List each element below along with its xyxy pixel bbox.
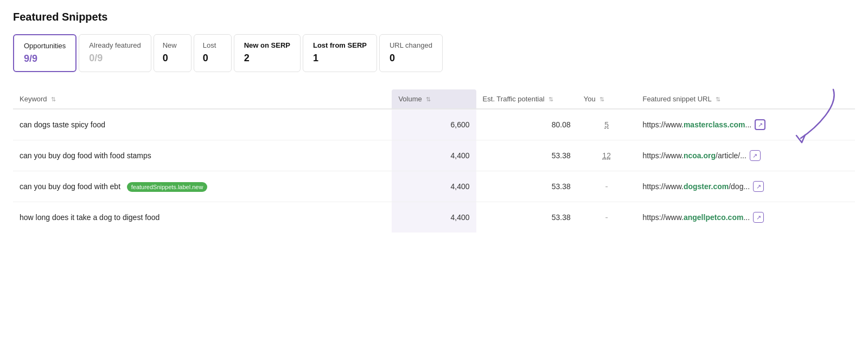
table-wrapper: Keyword ⇅ Volume ⇅ Est. Traffic potentia…: [13, 89, 855, 233]
filter-card-new-on-serp[interactable]: New on SERP 2: [234, 34, 301, 72]
filter-card-new-on-serp-label: New on SERP: [244, 41, 290, 49]
filter-card-already-featured-value: 0/9: [89, 53, 141, 64]
page-title: Featured Snippets: [13, 11, 855, 23]
you-cell: 5: [577, 109, 636, 140]
col-header-volume[interactable]: Volume ⇅: [392, 89, 476, 109]
filter-card-lost-label: Lost: [203, 41, 222, 49]
col-header-traffic[interactable]: Est. Traffic potential ⇅: [476, 89, 577, 109]
filter-card-opportunities-value: 9/9: [24, 53, 66, 64]
table-row: can dogs taste spicy food 6,600 80.08 5 …: [13, 109, 855, 140]
url-external-link-icon[interactable]: ↗: [753, 181, 764, 192]
you-cell: -: [577, 171, 636, 202]
table-row: how long does it take a dog to digest fo…: [13, 202, 855, 233]
filter-card-lost-from-serp[interactable]: Lost from SERP 1: [303, 34, 377, 72]
filter-card-already-featured-label: Already featured: [89, 41, 141, 49]
new-badge: featuredSnippets.label.new: [127, 182, 208, 192]
filter-card-lost-from-serp-value: 1: [313, 53, 367, 64]
volume-cell: 4,400: [392, 171, 476, 202]
filter-card-new-on-serp-value: 2: [244, 53, 290, 64]
sort-icon-keyword[interactable]: ⇅: [51, 96, 56, 103]
keyword-cell: can you buy dog food with ebt featuredSn…: [13, 171, 392, 202]
col-header-keyword[interactable]: Keyword ⇅: [13, 89, 392, 109]
volume-cell: 6,600: [392, 109, 476, 140]
volume-cell: 4,400: [392, 140, 476, 171]
url-cell: https://www.ncoa.org/article/... ↗: [636, 140, 855, 171]
volume-cell: 4,400: [392, 202, 476, 233]
keyword-cell: can you buy dog food with food stamps: [13, 140, 392, 171]
filter-card-lost[interactable]: Lost 0: [194, 34, 232, 72]
filter-card-url-changed-label: URL changed: [390, 41, 432, 49]
traffic-cell: 80.08: [476, 109, 577, 140]
filter-cards-container: Opportunities 9/9 Already featured 0/9 N…: [13, 34, 855, 72]
featured-snippets-table: Keyword ⇅ Volume ⇅ Est. Traffic potentia…: [13, 89, 855, 233]
url-cell: https://www.dogster.com/dog... ↗: [636, 171, 855, 202]
keyword-cell: how long does it take a dog to digest fo…: [13, 202, 392, 233]
url-cell: https://www.masterclass.com... ↗: [636, 109, 855, 140]
filter-card-lost-from-serp-label: Lost from SERP: [313, 41, 367, 49]
traffic-cell: 53.38: [476, 171, 577, 202]
filter-card-url-changed[interactable]: URL changed 0: [379, 34, 443, 72]
url-external-link-icon[interactable]: ↗: [755, 119, 765, 130]
sort-icon-traffic[interactable]: ⇅: [548, 96, 553, 103]
traffic-cell: 53.38: [476, 140, 577, 171]
filter-card-lost-value: 0: [203, 53, 222, 64]
keyword-cell: can dogs taste spicy food: [13, 109, 392, 140]
you-cell: -: [577, 202, 636, 233]
filter-card-opportunities-label: Opportunities: [24, 42, 66, 50]
sort-icon-you[interactable]: ⇅: [599, 96, 604, 103]
filter-card-new-value: 0: [163, 53, 182, 64]
url-external-link-icon[interactable]: ↗: [753, 212, 764, 223]
col-header-url[interactable]: Featured snippet URL ⇅: [636, 89, 855, 109]
url-cell: https://www.angellpetco.com... ↗: [636, 202, 855, 233]
filter-card-url-changed-value: 0: [390, 53, 432, 64]
traffic-cell: 53.38: [476, 202, 577, 233]
col-header-you[interactable]: You ⇅: [577, 89, 636, 109]
filter-card-new[interactable]: New 0: [154, 34, 192, 72]
sort-icon-url[interactable]: ⇅: [716, 96, 720, 103]
table-row: can you buy dog food with ebt featuredSn…: [13, 171, 855, 202]
filter-card-new-label: New: [163, 41, 182, 49]
table-row: can you buy dog food with food stamps 4,…: [13, 140, 855, 171]
table-body: can dogs taste spicy food 6,600 80.08 5 …: [13, 109, 855, 233]
you-cell: 12: [577, 140, 636, 171]
sort-icon-volume[interactable]: ⇅: [426, 96, 431, 103]
url-external-link-icon[interactable]: ↗: [750, 150, 761, 161]
table-header: Keyword ⇅ Volume ⇅ Est. Traffic potentia…: [13, 89, 855, 109]
filter-card-already-featured[interactable]: Already featured 0/9: [79, 34, 151, 72]
filter-card-opportunities[interactable]: Opportunities 9/9: [13, 34, 76, 72]
